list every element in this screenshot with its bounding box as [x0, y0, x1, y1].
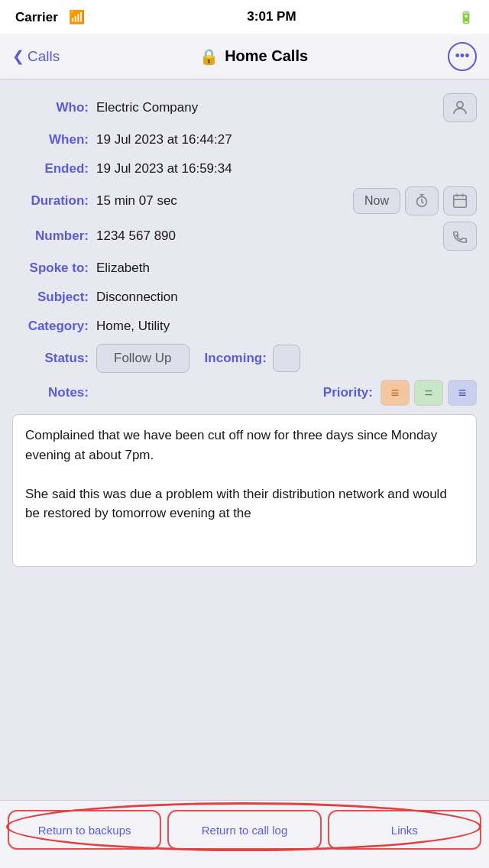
back-label: Calls — [28, 48, 60, 65]
wifi-icon: 📶 — [69, 10, 85, 24]
notes-row: Notes: Priority: ≡ = ≡ — [12, 376, 477, 410]
who-value: Electric Company — [96, 100, 443, 115]
subject-row: Subject: Disconnection — [12, 283, 477, 312]
subject-label: Subject: — [12, 290, 96, 305]
spoke-to-value: Elizabeth — [96, 261, 477, 276]
status-row: Status: Follow Up Incoming: — [12, 341, 477, 376]
svg-rect-2 — [454, 196, 467, 208]
category-value: Home, Utility — [96, 319, 477, 334]
priority-low-button[interactable]: ≡ — [448, 380, 477, 406]
priority-high-button[interactable]: ≡ — [381, 380, 410, 406]
nav-bar: ❮ Calls 🔒 Home Calls ••• — [0, 34, 489, 79]
status-bar: Carrier 📶 3:01 PM 🔋 — [0, 0, 489, 34]
number-value: 1234 567 890 — [96, 228, 443, 244]
priority-med-button[interactable]: = — [414, 380, 443, 406]
ended-row: Ended: 19 Jul 2023 at 16:59:34 — [12, 154, 477, 183]
status-label: Status: — [12, 351, 96, 366]
notes-label: Notes: — [12, 385, 96, 400]
phone-icon-button[interactable] — [443, 222, 477, 251]
main-content: Who: Electric Company When: 19 Jul 2023 … — [0, 79, 489, 578]
lock-icon: 🔒 — [199, 47, 219, 66]
links-button[interactable]: Links — [328, 810, 481, 850]
contact-icon-button[interactable] — [443, 93, 477, 122]
notes-text-area[interactable]: Complained that we have been cut off now… — [12, 414, 477, 567]
subject-value: Disconnection — [96, 290, 477, 305]
who-row: Who: Electric Company — [12, 90, 477, 125]
spoke-to-label: Spoke to: — [12, 261, 96, 276]
calendar-icon-button[interactable] — [443, 186, 477, 215]
duration-row: Duration: 15 min 07 sec Now — [12, 183, 477, 219]
battery-icon: 🔋 — [458, 10, 474, 24]
number-row: Number: 1234 567 890 — [12, 219, 477, 254]
duration-value: 15 min 07 sec — [96, 193, 353, 209]
time-label: 3:01 PM — [247, 9, 296, 24]
return-to-backups-button[interactable]: Return to backups — [8, 810, 161, 850]
stopwatch-icon-button[interactable] — [405, 186, 439, 215]
more-button[interactable]: ••• — [448, 42, 477, 71]
now-button[interactable]: Now — [353, 188, 400, 214]
incoming-checkbox[interactable] — [273, 345, 300, 372]
when-label: When: — [12, 132, 96, 147]
page-title: Home Calls — [225, 47, 308, 65]
chevron-left-icon: ❮ — [12, 47, 24, 65]
carrier-label: Carrier 📶 — [15, 9, 85, 25]
number-label: Number: — [12, 228, 96, 244]
duration-label: Duration: — [12, 193, 96, 209]
spoke-to-row: Spoke to: Elizabeth — [12, 254, 477, 283]
bottom-bar: Return to backups Return to call log Lin… — [0, 800, 489, 868]
return-to-call-log-button[interactable]: Return to call log — [167, 810, 321, 850]
incoming-label: Incoming: — [205, 351, 267, 366]
priority-buttons: ≡ = ≡ — [381, 380, 477, 406]
category-row: Category: Home, Utility — [12, 312, 477, 341]
nav-title: 🔒 Home Calls — [199, 47, 308, 66]
ended-label: Ended: — [12, 161, 96, 177]
ended-value: 19 Jul 2023 at 16:59:34 — [96, 161, 477, 177]
battery-area: 🔋 — [458, 10, 474, 24]
who-label: Who: — [12, 100, 96, 115]
when-row: When: 19 Jul 2023 at 16:44:27 — [12, 125, 477, 154]
back-button[interactable]: ❮ Calls — [12, 47, 60, 65]
category-label: Category: — [12, 319, 96, 334]
follow-up-button[interactable]: Follow Up — [96, 344, 189, 373]
priority-label: Priority: — [323, 385, 373, 400]
when-value: 19 Jul 2023 at 16:44:27 — [96, 132, 477, 147]
svg-point-0 — [457, 102, 463, 108]
